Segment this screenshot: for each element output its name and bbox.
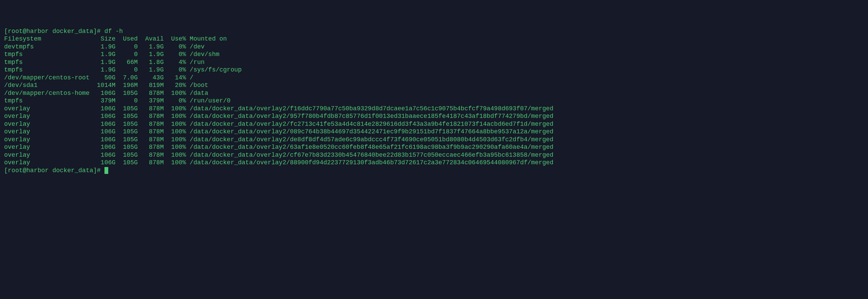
terminal-output[interactable]: [root@harbor docker_data]# df -h Filesys… [4, 27, 864, 175]
shell-prompt: [root@harbor docker_data]# [4, 167, 104, 174]
prompt-line-2: [root@harbor docker_data]# [4, 167, 108, 174]
shell-prompt: [root@harbor docker_data]# [4, 28, 104, 35]
df-header-line: Filesystem Size Used Avail Use% Mounted … [4, 35, 227, 42]
prompt-line-1: [root@harbor docker_data]# df -h [4, 28, 123, 35]
cursor [104, 167, 108, 174]
df-output-rows: devtmpfs 1.9G 0 1.9G 0% /dev tmpfs 1.9G … [4, 43, 864, 167]
command-text: df -h [104, 28, 123, 35]
